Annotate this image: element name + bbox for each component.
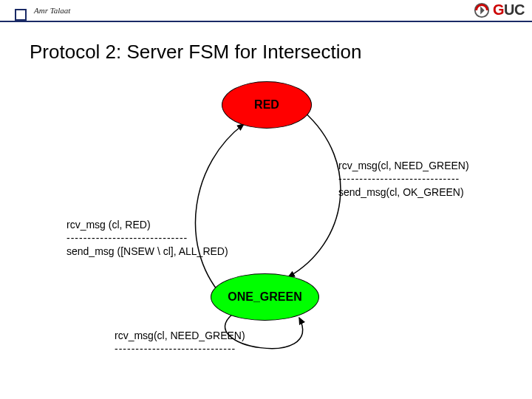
- action: send_msg ([NSEW \ cl], ALL_RED): [66, 245, 228, 258]
- logo-letter-g: G: [493, 1, 504, 18]
- state-red-label: RED: [254, 98, 279, 112]
- transition-green-to-red: rcv_msg (cl, RED) ----------------------…: [66, 218, 228, 259]
- rule: -----------------------------: [115, 342, 245, 355]
- transition-green-self: rcv_msg(cl, NEED_GREEN) ----------------…: [115, 329, 245, 355]
- guard: rcv_msg(cl, NEED_GREEN): [338, 159, 469, 172]
- state-green: ONE_GREEN: [211, 273, 319, 321]
- edge-red-to-green: [288, 111, 341, 277]
- slide-title: Protocol 2: Server FSM for Intersection: [30, 41, 361, 64]
- transition-red-to-green: rcv_msg(cl, NEED_GREEN) ----------------…: [338, 159, 469, 200]
- fsm-diagram: RED ONE_GREEN rcv_msg(cl, NEED_GREEN) --…: [66, 74, 480, 392]
- header-rule: [0, 21, 532, 22]
- author-name: Amr Talaat: [34, 6, 70, 15]
- action: send_msg(cl, OK_GREEN): [338, 185, 469, 199]
- logo-icon: [474, 2, 490, 18]
- rule: -----------------------------: [338, 172, 469, 185]
- header-bullet: [15, 9, 27, 21]
- rule: -----------------------------: [66, 231, 228, 245]
- logo: GUC: [474, 1, 525, 18]
- state-green-label: ONE_GREEN: [228, 290, 301, 304]
- svg-marker-1: [480, 6, 485, 14]
- logo-text: GUC: [493, 1, 525, 18]
- logo-letter-uc: UC: [504, 1, 525, 18]
- edge-green-to-red: [195, 124, 244, 296]
- slide: Amr Talaat GUC Protocol 2: Server FSM fo…: [0, 0, 532, 399]
- state-red: RED: [222, 81, 312, 129]
- guard: rcv_msg (cl, RED): [66, 218, 228, 231]
- guard: rcv_msg(cl, NEED_GREEN): [115, 329, 245, 342]
